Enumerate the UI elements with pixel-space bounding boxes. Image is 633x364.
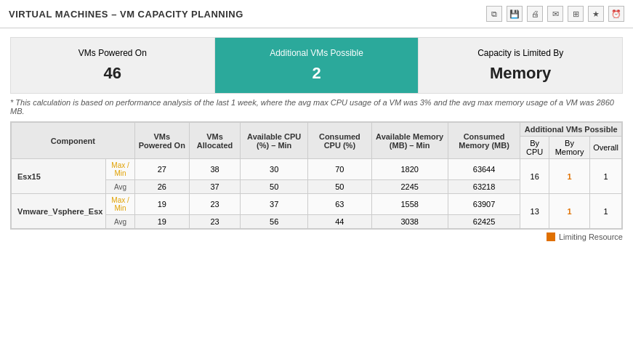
- cell-consumed-memory-maxmin: 63644: [448, 159, 520, 180]
- capacity-table: Component VMs Powered On VMs Allocated A…: [11, 122, 622, 229]
- cell-by-memory: 1: [549, 194, 589, 229]
- capacity-table-wrapper: Component VMs Powered On VMs Allocated A…: [10, 121, 623, 230]
- th-vms-allocated: VMs Allocated: [189, 123, 240, 159]
- th-additional-vms: Additional VMs Possible: [520, 123, 622, 137]
- export-icon[interactable]: ⊞: [568, 6, 584, 22]
- cell-consumed-cpu-avg: 44: [308, 215, 371, 229]
- summary-label-additional-vms: Additional VMs Possible: [222, 48, 411, 58]
- table-row: Vmware_Vsphere_Esx Max / Min 19 23 37 63…: [12, 194, 622, 215]
- cell-consumed-cpu-avg: 50: [308, 180, 371, 194]
- th-by-memory: By Memory: [549, 137, 589, 159]
- th-consumed-cpu: Consumed CPU (%): [308, 123, 371, 159]
- summary-section: VMs Powered On 46 Additional VMs Possibl…: [10, 37, 623, 94]
- cell-overall: 1: [590, 159, 622, 194]
- cell-by-memory: 1: [549, 159, 589, 194]
- cell-component: Esx15: [12, 159, 106, 194]
- copy-icon[interactable]: ⧉: [486, 6, 502, 22]
- calculation-note: * This calculation is based on performan…: [10, 98, 623, 116]
- star-icon[interactable]: ★: [588, 6, 604, 22]
- th-vms-powered-on: VMs Powered On: [134, 123, 189, 159]
- cell-component: Vmware_Vsphere_Esx: [12, 194, 106, 229]
- cell-avg-label: Avg: [106, 180, 134, 194]
- legend-box: [547, 232, 555, 241]
- cell-by-cpu: 13: [520, 194, 549, 229]
- cell-available-memory-avg: 2245: [371, 180, 448, 194]
- th-by-cpu: By CPU: [520, 137, 549, 159]
- th-overall: Overall: [590, 137, 622, 159]
- cell-available-cpu-maxmin: 37: [241, 194, 308, 215]
- toolbar-icons: ⧉ 💾 🖨 ✉ ⊞ ★ ⏰: [486, 6, 624, 22]
- cell-vms-allocated-avg: 23: [189, 215, 240, 229]
- cell-available-cpu-avg: 50: [241, 180, 308, 194]
- save-icon[interactable]: 💾: [507, 6, 523, 22]
- alert-icon[interactable]: ⏰: [608, 6, 624, 22]
- cell-available-memory-avg: 3038: [371, 215, 448, 229]
- cell-available-cpu-avg: 56: [241, 215, 308, 229]
- summary-value-vms-powered-on: 46: [18, 64, 207, 83]
- cell-overall: 1: [590, 194, 622, 229]
- cell-vms-allocated-maxmin: 38: [189, 159, 240, 180]
- cell-available-memory-maxmin: 1558: [371, 194, 448, 215]
- print-icon[interactable]: 🖨: [527, 6, 543, 22]
- cell-vms-powered-on-avg: 19: [134, 215, 189, 229]
- cell-maxmin-label: Max / Min: [106, 159, 134, 180]
- summary-value-capacity-limited: Memory: [426, 64, 615, 83]
- cell-consumed-cpu-maxmin: 63: [308, 194, 371, 215]
- title-bar: VIRTUAL MACHINES – VM CAPACITY PLANNING …: [0, 0, 633, 28]
- page-title: VIRTUAL MACHINES – VM CAPACITY PLANNING: [9, 9, 243, 20]
- cell-by-cpu: 16: [520, 159, 549, 194]
- table-row: Esx15 Max / Min 27 38 30 70 1820 63644 1…: [12, 159, 622, 180]
- cell-consumed-memory-avg: 62425: [448, 215, 520, 229]
- cell-vms-allocated-avg: 37: [189, 180, 240, 194]
- th-consumed-memory: Consumed Memory (MB): [448, 123, 520, 159]
- cell-vms-powered-on-avg: 26: [134, 180, 189, 194]
- summary-label-capacity-limited: Capacity is Limited By: [426, 48, 615, 58]
- cell-available-memory-maxmin: 1820: [371, 159, 448, 180]
- summary-card-capacity-limited: Capacity is Limited By Memory: [419, 38, 622, 93]
- th-available-cpu: Available CPU (%) – Min: [241, 123, 308, 159]
- cell-vms-allocated-maxmin: 23: [189, 194, 240, 215]
- summary-value-additional-vms: 2: [222, 64, 411, 83]
- summary-card-vms-powered-on: VMs Powered On 46: [11, 38, 215, 93]
- cell-consumed-memory-avg: 63218: [448, 180, 520, 194]
- cell-available-cpu-maxmin: 30: [241, 159, 308, 180]
- email-icon[interactable]: ✉: [547, 6, 563, 22]
- cell-consumed-cpu-maxmin: 70: [308, 159, 371, 180]
- summary-label-vms-powered-on: VMs Powered On: [18, 48, 207, 58]
- cell-avg-label: Avg: [106, 215, 134, 229]
- legend-label: Limiting Resource: [559, 232, 623, 241]
- cell-consumed-memory-maxmin: 63907: [448, 194, 520, 215]
- cell-vms-powered-on-maxmin: 19: [134, 194, 189, 215]
- th-component: Component: [12, 123, 135, 159]
- cell-vms-powered-on-maxmin: 27: [134, 159, 189, 180]
- th-available-memory: Available Memory (MB) – Min: [371, 123, 448, 159]
- summary-card-additional-vms: Additional VMs Possible 2: [215, 38, 419, 93]
- footer-note: Limiting Resource: [0, 230, 633, 244]
- cell-maxmin-label: Max / Min: [106, 194, 134, 215]
